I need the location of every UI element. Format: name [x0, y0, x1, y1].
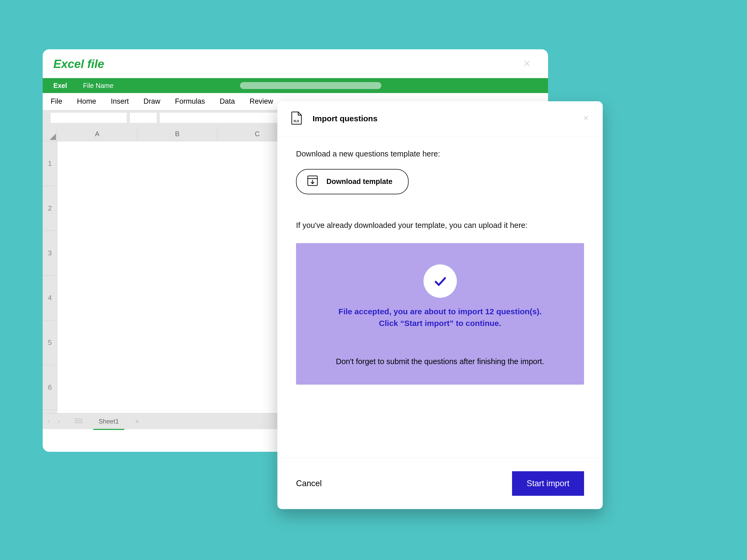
ribbon-file[interactable]: File: [51, 97, 62, 106]
row-header[interactable]: 4: [43, 275, 57, 320]
add-sheet-icon[interactable]: +: [135, 417, 139, 426]
ribbon-review[interactable]: Review: [250, 97, 273, 106]
col-header-a[interactable]: A: [57, 127, 137, 141]
ribbon-formulas[interactable]: Formulas: [175, 97, 205, 106]
prev-sheet-icon[interactable]: ‹: [48, 418, 50, 425]
next-sheet-icon[interactable]: ›: [58, 418, 60, 425]
download-template-button[interactable]: Download template: [296, 169, 409, 194]
xls-file-icon: XLS: [291, 111, 302, 126]
row-header[interactable]: 6: [43, 365, 57, 410]
filename-label: File Name: [83, 82, 113, 89]
select-all-corner[interactable]: [43, 127, 57, 141]
download-icon: [307, 175, 318, 188]
row-header[interactable]: 1: [43, 141, 57, 186]
close-icon[interactable]: [583, 115, 589, 123]
start-import-hint: Click “Start import” to continue.: [307, 319, 573, 328]
col-header-b[interactable]: B: [137, 127, 217, 141]
fx-box[interactable]: [130, 113, 157, 123]
row-header[interactable]: 2: [43, 186, 57, 231]
start-import-button[interactable]: Start import: [512, 471, 584, 496]
excel-filename-bar: Exel File Name: [43, 78, 548, 93]
dialog-body: Download a new questions template here: …: [277, 136, 603, 458]
excel-title: Excel file: [53, 57, 104, 71]
excel-titlebar: Excel file: [43, 49, 548, 78]
sheet-list-icon[interactable]: [75, 418, 83, 425]
cell-name-box[interactable]: [51, 113, 127, 123]
ribbon-data[interactable]: Data: [220, 97, 235, 106]
download-button-label: Download template: [327, 178, 392, 186]
file-accepted-text: File accepted, you are about to import 1…: [307, 307, 573, 316]
close-icon[interactable]: [522, 58, 532, 70]
app-label: Exel: [53, 82, 67, 89]
dialog-footer: Cancel Start import: [277, 458, 603, 509]
dialog-title: Import questions: [313, 114, 583, 123]
row-header[interactable]: 3: [43, 231, 57, 275]
submit-reminder: Don't forget to submit the questions aft…: [307, 357, 573, 366]
ribbon-insert[interactable]: Insert: [111, 97, 129, 106]
upload-prompt: If you've already downloaded your templa…: [296, 221, 584, 230]
dialog-header: XLS Import questions: [277, 101, 603, 136]
upload-status-box: File accepted, you are about to import 1…: [296, 243, 584, 384]
ribbon-draw[interactable]: Draw: [144, 97, 160, 106]
svg-text:XLS: XLS: [293, 119, 299, 123]
search-pill[interactable]: [240, 82, 381, 89]
ribbon-home[interactable]: Home: [77, 97, 96, 106]
row-header[interactable]: 5: [43, 320, 57, 365]
import-questions-dialog: XLS Import questions Download a new ques…: [277, 101, 603, 509]
cancel-button[interactable]: Cancel: [296, 479, 322, 488]
download-prompt: Download a new questions template here:: [296, 150, 584, 158]
check-circle-icon: [423, 264, 457, 298]
sheet-tab[interactable]: Sheet1: [91, 418, 127, 425]
